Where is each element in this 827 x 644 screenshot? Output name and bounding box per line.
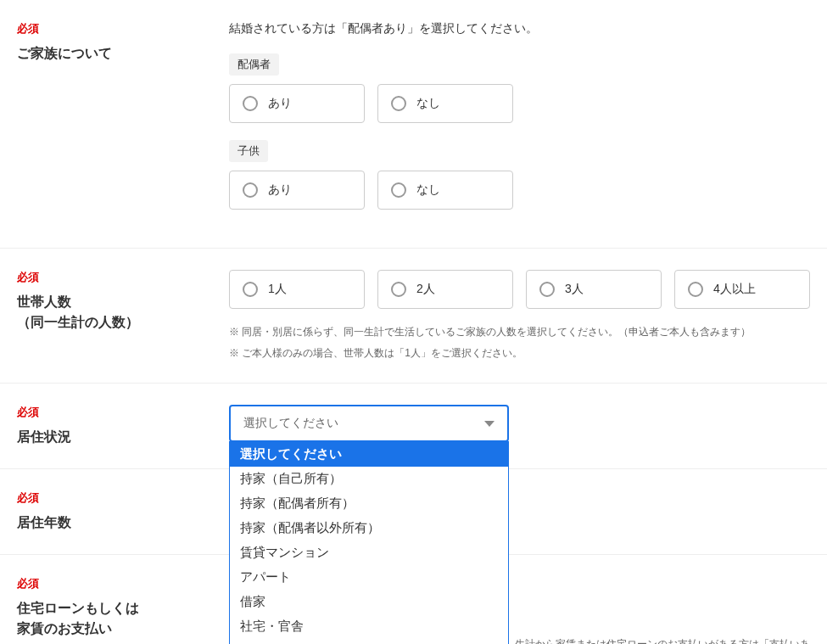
title-family: ご家族について xyxy=(17,43,195,64)
children-no-label: なし xyxy=(416,182,440,198)
required-badge: 必須 xyxy=(17,490,195,506)
residence-option-8[interactable]: 寮 xyxy=(230,639,508,644)
residence-option-3[interactable]: 持家（配偶者以外所有） xyxy=(230,516,508,540)
household-2-label: 2人 xyxy=(416,282,435,297)
content-family: 結婚されている方は「配偶者あり」を選択してください。 配偶者 あり なし 子供 … xyxy=(212,0,827,248)
section-label-household: 必須 世帯人数 （同一生計の人数） xyxy=(0,249,212,383)
spouse-radio-row: あり なし xyxy=(229,84,810,123)
radio-icon xyxy=(243,182,258,198)
section-family: 必須 ご家族について 結婚されている方は「配偶者あり」を選択してください。 配偶… xyxy=(0,0,827,249)
required-badge: 必須 xyxy=(17,576,195,591)
content-household: 1人 2人 3人 4人以上 ※ 同居・別居に係らず、同一生計で生活しているご家族… xyxy=(212,249,827,383)
required-badge: 必須 xyxy=(17,270,195,285)
household-1-option[interactable]: 1人 xyxy=(229,270,365,309)
household-3-label: 3人 xyxy=(565,282,584,297)
loan-note: 生計から家賃または住宅ローンのお支払いがある方は「支払いあ xyxy=(515,637,810,644)
household-2-option[interactable]: 2人 xyxy=(377,270,513,309)
household-1-label: 1人 xyxy=(268,282,287,297)
household-4plus-option[interactable]: 4人以上 xyxy=(674,270,810,309)
radio-icon xyxy=(391,282,406,297)
spouse-no-label: なし xyxy=(416,96,440,111)
household-3-option[interactable]: 3人 xyxy=(526,270,662,309)
content-residence: 選択してください 選択してください 持家（自己所有） 持家（配偶者所有） 持家（… xyxy=(212,384,827,468)
title-years: 居住年数 xyxy=(17,512,195,533)
section-label-family: 必須 ご家族について xyxy=(0,0,212,248)
radio-icon xyxy=(243,96,258,111)
section-label-loan: 必須 住宅ローンもしくは 家賃のお支払い xyxy=(0,555,212,644)
household-4plus-label: 4人以上 xyxy=(713,282,756,297)
spouse-yes-option[interactable]: あり xyxy=(229,84,365,123)
residence-option-0[interactable]: 選択してください xyxy=(230,442,508,467)
radio-icon xyxy=(688,282,703,297)
radio-icon xyxy=(243,282,258,297)
residence-option-7[interactable]: 社宅・官舎 xyxy=(230,614,508,639)
household-note-2: ※ ご本人様のみの場合、世帯人数は「1人」をご選択ください。 xyxy=(229,345,810,361)
section-household: 必須 世帯人数 （同一生計の人数） 1人 2人 3人 4人以上 ※ 同居・別居に… xyxy=(0,249,827,384)
household-note-1: ※ 同居・別居に係らず、同一生計で生活しているご家族の人数を選択してください。（… xyxy=(229,324,810,340)
household-radio-row: 1人 2人 3人 4人以上 xyxy=(229,270,810,309)
required-badge: 必須 xyxy=(17,405,195,420)
section-residence: 必須 居住状況 選択してください 選択してください 持家（自己所有） 持家（配偶… xyxy=(0,384,827,469)
title-loan: 住宅ローンもしくは 家賃のお支払い xyxy=(17,598,195,639)
radio-icon xyxy=(539,282,555,297)
residence-select[interactable]: 選択してください xyxy=(229,405,509,442)
title-household: 世帯人数 （同一生計の人数） xyxy=(17,292,195,333)
section-label-years: 必須 居住年数 xyxy=(0,469,212,554)
residence-option-5[interactable]: アパート xyxy=(230,565,508,590)
children-yes-label: あり xyxy=(268,182,292,198)
radio-icon xyxy=(391,182,406,198)
residence-option-4[interactable]: 賃貸マンション xyxy=(230,540,508,565)
family-instruction: 結婚されている方は「配偶者あり」を選択してください。 xyxy=(229,21,810,36)
chevron-down-icon xyxy=(484,421,495,427)
residence-option-1[interactable]: 持家（自己所有） xyxy=(230,467,508,491)
residence-dropdown: 選択してください 持家（自己所有） 持家（配偶者所有） 持家（配偶者以外所有） … xyxy=(229,441,509,644)
residence-select-value: 選択してください xyxy=(243,416,338,431)
spouse-yes-label: あり xyxy=(268,96,292,111)
residence-option-2[interactable]: 持家（配偶者所有） xyxy=(230,491,508,516)
children-label: 子供 xyxy=(229,140,268,162)
children-no-option[interactable]: なし xyxy=(377,171,513,210)
spouse-label: 配偶者 xyxy=(229,53,279,76)
title-residence: 居住状況 xyxy=(17,427,195,447)
children-radio-row: あり なし xyxy=(229,171,810,210)
section-label-residence: 必須 居住状況 xyxy=(0,384,212,468)
spouse-no-option[interactable]: なし xyxy=(377,84,513,123)
required-badge: 必須 xyxy=(17,21,195,36)
children-yes-option[interactable]: あり xyxy=(229,171,365,210)
residence-option-6[interactable]: 借家 xyxy=(230,590,508,614)
radio-icon xyxy=(391,96,406,111)
